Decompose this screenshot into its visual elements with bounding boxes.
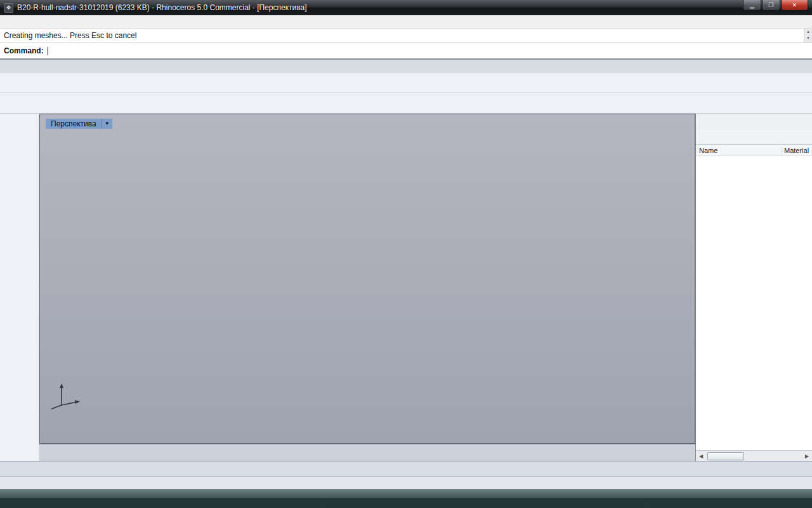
layer-list-header: Name Material — [696, 145, 812, 156]
title-bar: ❖ B20-R-hull-nadstr-31012019 (6233 KB) -… — [0, 0, 812, 15]
viewport-tab-strip — [39, 444, 695, 461]
viewport-column: Перспектива ▼ — [39, 114, 695, 461]
cplane-axis-icon — [49, 381, 82, 410]
windows-taskbar — [0, 489, 812, 508]
text-caret — [48, 47, 48, 55]
maximize-button[interactable]: ❐ — [762, 0, 780, 11]
perspective-viewport[interactable]: Перспектива ▼ — [39, 114, 695, 444]
secondary-toolbar — [0, 93, 812, 114]
layers-panel-toolbar — [696, 130, 812, 145]
main-area: Перспектива ▼ Na — [0, 114, 812, 461]
command-scrollbar[interactable]: ▲▼ — [804, 29, 812, 43]
window-title: B20-R-hull-nadstr-31012019 (6233 KB) - R… — [17, 3, 306, 12]
layers-panel: Name Material ◀ ▶ — [695, 114, 812, 461]
column-material: Material — [781, 147, 809, 154]
window-controls: ▁ ❐ ✕ — [742, 0, 808, 11]
scroll-right-icon[interactable]: ▶ — [802, 453, 812, 459]
osnap-bar — [0, 461, 812, 476]
close-button[interactable]: ✕ — [781, 0, 808, 11]
command-history[interactable]: Creating meshes... Press Esc to cancel ▲… — [0, 29, 812, 43]
column-name: Name — [699, 147, 781, 154]
toolbar-tab-strip — [0, 60, 812, 73]
standard-toolbar — [0, 73, 812, 93]
rhino-app-icon[interactable]: ❖ — [4, 3, 13, 13]
viewport-title[interactable]: Перспектива ▼ — [46, 119, 112, 129]
ship-hull-model — [40, 114, 695, 444]
rhino-application-window: ❖ B20-R-hull-nadstr-31012019 (6233 KB) -… — [0, 0, 812, 508]
command-input[interactable]: Command: — [0, 43, 812, 60]
viewport-title-label: Перспектива — [46, 119, 102, 129]
status-bar — [0, 476, 812, 489]
panel-horizontal-scrollbar[interactable]: ◀ ▶ — [696, 450, 812, 461]
minimize-button[interactable]: ▁ — [743, 0, 761, 11]
command-prompt-label: Command: — [4, 46, 44, 55]
scroll-left-icon[interactable]: ◀ — [696, 453, 706, 459]
command-history-text: Creating meshes... Press Esc to cancel — [4, 31, 136, 40]
left-sidebar-toolbar — [0, 114, 39, 461]
scrollbar-thumb[interactable] — [707, 452, 744, 460]
layer-list — [696, 156, 812, 450]
viewport-title-dropdown-icon[interactable]: ▼ — [102, 119, 112, 129]
panel-tab-strip — [696, 114, 812, 130]
menu-bar — [0, 15, 812, 29]
